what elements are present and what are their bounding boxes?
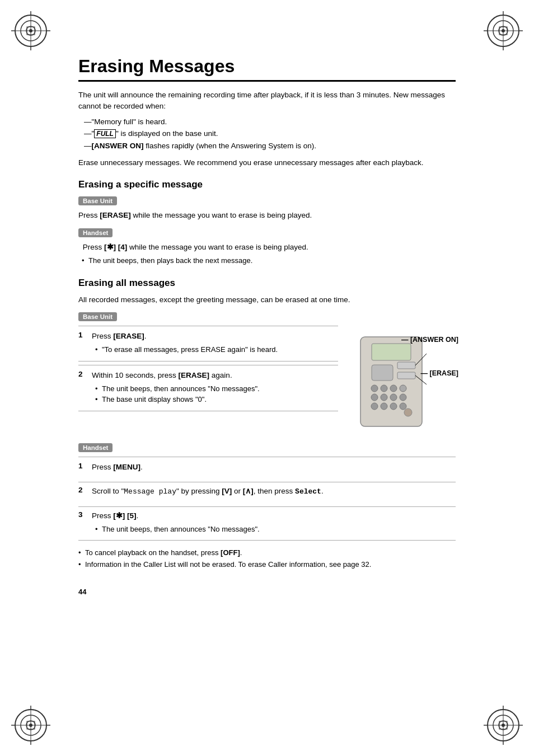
handset-step2: 2 Scroll to "Message play" by pressing […: [78, 486, 456, 507]
svg-point-57: [390, 403, 397, 410]
step2-bullet2: The base unit display shows "0".: [92, 394, 338, 405]
section2-handset-badge: Handset: [78, 443, 113, 452]
handset-step3-bullet: The unit beeps, then announces "No messa…: [92, 524, 456, 535]
phone-svg: [344, 331, 450, 432]
corner-decoration-tr: [484, 11, 523, 50]
page-title: Erasing Messages: [78, 56, 456, 77]
label-answer-on: — [ANSWER ON]: [401, 336, 458, 344]
footer-note-2: Information in the Caller List will not …: [78, 559, 456, 571]
step1-row: 1 Press [ERASE]. "To erase all messages,…: [78, 331, 338, 355]
svg-point-55: [371, 403, 378, 410]
erase-note: Erase unnecessary messages. We recommend…: [78, 157, 456, 168]
section2-steps-left: 1 Press [ERASE]. "To erase all messages,…: [78, 326, 338, 415]
intro-paragraph: The unit will announce the remaining rec…: [78, 90, 456, 112]
corner-decoration-bl: [11, 706, 50, 745]
handset-step2-num: 2: [78, 486, 90, 494]
handset-step1: 1 Press [MENU].: [78, 462, 456, 482]
label-erase: — [ERASE]: [421, 369, 458, 377]
svg-point-27: [29, 724, 32, 727]
svg-rect-59: [397, 362, 415, 369]
section1-heading: Erasing a specific message: [78, 179, 456, 190]
handset-step3-content: Press [✱] [5]. The unit beeps, then anno…: [92, 510, 456, 535]
section1-base-unit-badge: Base Unit: [78, 196, 117, 205]
handset-step3-num: 3: [78, 510, 90, 519]
svg-point-56: [381, 403, 387, 410]
svg-point-51: [371, 394, 378, 401]
answer-on-text: [ANSWER ON]: [92, 142, 144, 150]
section1-handset: Handset Press [✱] [4] while the message …: [78, 228, 456, 266]
handset-step3-text: Press [✱] [5].: [92, 510, 456, 522]
step2-section: 2 Within 10 seconds, press [ERASE] again…: [78, 365, 338, 411]
footer-note-1: To cancel playback on the handset, press…: [78, 547, 456, 559]
svg-rect-45: [372, 344, 411, 360]
handset-step1-text: Press [MENU].: [92, 462, 143, 473]
svg-rect-46: [372, 365, 393, 381]
svg-point-49: [390, 385, 397, 392]
handset-step1-num: 1: [78, 462, 90, 470]
svg-point-50: [400, 385, 406, 392]
svg-point-53: [390, 394, 397, 401]
svg-point-38: [502, 724, 505, 727]
handset-step3: 3 Press [✱] [5]. The unit beeps, then an…: [78, 510, 456, 535]
svg-point-52: [381, 394, 387, 401]
corner-decoration-tl: [11, 11, 50, 50]
svg-point-58: [400, 403, 406, 410]
step2-row: 2 Within 10 seconds, press [ERASE] again…: [78, 370, 338, 405]
section1-base-unit-text: Press [ERASE] while the message you want…: [78, 210, 456, 221]
section2-handset: Handset 1 Press [MENU]. 2 Scroll to "Mes…: [78, 443, 456, 541]
step2-bullet1: The unit beeps, then announces "No messa…: [92, 383, 338, 395]
full-badge: FULL: [94, 129, 116, 138]
svg-point-61: [404, 408, 412, 416]
step1-text: Press [ERASE].: [92, 331, 338, 342]
step2-text: Within 10 seconds, press [ERASE] again.: [92, 370, 338, 381]
footer-notes: To cancel playback on the handset, press…: [78, 547, 456, 571]
corner-decoration-br: [484, 706, 523, 745]
section1-handset-badge: Handset: [78, 228, 113, 237]
svg-point-5: [29, 29, 32, 32]
section1-handset-note: The unit beeps, then plays back the next…: [78, 255, 456, 266]
svg-point-16: [502, 29, 505, 32]
handset-step3-row: 3 Press [✱] [5]. The unit beeps, then an…: [78, 510, 456, 535]
page-number: 44: [78, 588, 456, 596]
phone-illustration-container: — [ANSWER ON] — [ERASE]: [344, 326, 456, 434]
handset-steps: 1 Press [MENU]. 2 Scroll to "Message pla…: [78, 457, 456, 541]
handset-step2-row: 2 Scroll to "Message play" by pressing […: [78, 486, 456, 500]
bullet-answer-on: —[ANSWER ON] flashes rapidly (when the A…: [78, 140, 456, 152]
step1-bullet: "To erase all messages, press ERASE agai…: [92, 344, 338, 355]
step1-content: Press [ERASE]. "To erase all messages, p…: [92, 331, 338, 355]
section2-base-unit-badge: Base Unit: [78, 312, 117, 321]
step2-content: Within 10 seconds, press [ERASE] again. …: [92, 370, 338, 405]
bullet-full-badge: —"FULL" is displayed on the base unit.: [78, 128, 456, 140]
handset-step1-row: 1 Press [MENU].: [78, 462, 456, 475]
section2-intro: All recorded messages, except the greeti…: [78, 294, 456, 306]
section2-base-unit-content: 1 Press [ERASE]. "To erase all messages,…: [78, 326, 456, 434]
step1-num: 1: [78, 331, 90, 339]
bullet-memory-full: —"Memory full" is heard.: [78, 116, 456, 128]
step2-num: 2: [78, 370, 90, 378]
svg-point-47: [371, 385, 378, 392]
svg-rect-60: [397, 372, 415, 379]
section1-handset-text: Press [✱] [4] while the message you want…: [78, 242, 456, 253]
step1-section: 1 Press [ERASE]. "To erase all messages,…: [78, 326, 338, 361]
section2-heading: Erasing all messages: [78, 278, 456, 289]
handset-step2-text: Scroll to "Message play" by pressing [V]…: [92, 486, 324, 497]
svg-point-54: [400, 394, 406, 401]
svg-point-48: [381, 385, 387, 392]
title-rule: [78, 80, 456, 82]
intro-bullets: —"Memory full" is heard. —"FULL" is disp…: [78, 116, 456, 152]
section1-base-unit: Base Unit Press [ERASE] while the messag…: [78, 196, 456, 221]
main-content: Erasing Messages The unit will announce …: [78, 0, 456, 641]
